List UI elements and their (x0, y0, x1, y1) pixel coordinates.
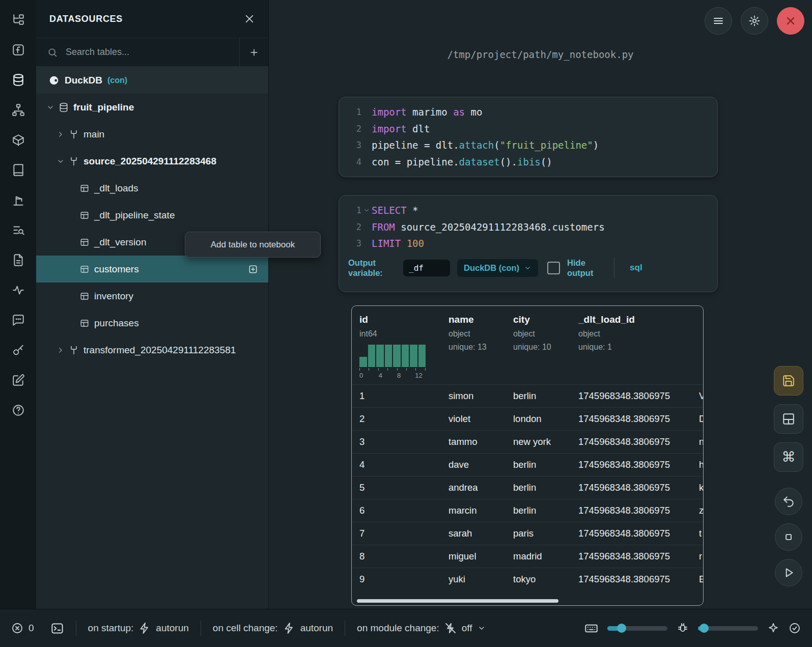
schema-icon (69, 156, 79, 166)
datasource-tree: DuckDB (con) fruit_pipeline main source_… (36, 67, 268, 609)
chevron-down-icon (478, 624, 486, 632)
add-datasource-button[interactable] (239, 38, 268, 66)
schema-icon (69, 129, 79, 139)
scratchpad-icon[interactable] (12, 374, 25, 387)
save-button[interactable] (774, 366, 803, 396)
column-header-dlt-load-id[interactable]: _dlt_load_id object unique: 1 (578, 314, 699, 379)
chevron-down-icon[interactable] (46, 103, 54, 111)
hide-output-checkbox[interactable] (547, 262, 560, 274)
terminal-icon[interactable] (50, 622, 64, 635)
chevron-right-icon[interactable] (57, 346, 65, 354)
close-icon[interactable] (244, 13, 255, 24)
chevron-down-icon (524, 264, 531, 272)
keyboard-icon[interactable] (584, 622, 598, 635)
tree-item-schema-main[interactable]: main (36, 121, 268, 148)
connection-duckdb[interactable]: DuckDB (con) (36, 67, 268, 94)
error-count: 0 (29, 623, 34, 634)
duckdb-logo-icon (48, 75, 60, 86)
divider (614, 258, 614, 278)
cell-action-buttons: ⌘ (774, 366, 803, 595)
column-header-id[interactable]: id int64 0 4 8 12 (359, 314, 449, 379)
table-icon (80, 292, 89, 301)
fold-icon[interactable] (363, 207, 370, 214)
tree-item-schema-source[interactable]: source_202504291112283468 (36, 148, 268, 175)
tree-item-table-selected[interactable]: customers (36, 256, 268, 283)
activity-rail (0, 0, 36, 609)
output-variable-label: Output variable: (348, 258, 396, 278)
result-table: id int64 0 4 8 12 name object unique: 13… (351, 305, 704, 606)
table-icon (80, 211, 89, 220)
settings-button[interactable] (741, 7, 768, 35)
divider (201, 621, 201, 636)
code-line: import marimo as mo (372, 106, 482, 118)
column-header-name[interactable]: name object unique: 13 (449, 314, 513, 379)
tracing-icon[interactable] (12, 284, 25, 297)
notebook-path: /tmp/project/path/my_notebook.py (269, 49, 812, 60)
construction-icon[interactable] (12, 193, 25, 207)
secrets-icon[interactable] (12, 344, 25, 357)
stop-button[interactable] (775, 523, 802, 551)
divider (76, 621, 76, 636)
datasources-panel: DATASOURCES DuckDB (con) fruit_pipeline … (36, 0, 269, 609)
lightning-icon (283, 622, 295, 634)
table-row: 2violetlondon1745968348.3806975D (352, 407, 703, 430)
menu-button[interactable] (705, 7, 732, 35)
line-number: 3 (339, 140, 361, 150)
documentation-icon[interactable] (12, 163, 25, 177)
table-header: id int64 0 4 8 12 name object unique: 13… (352, 306, 703, 384)
line-number: 2 (339, 222, 361, 232)
layout-button[interactable] (774, 404, 803, 434)
tree-item-table[interactable]: inventory (36, 283, 268, 310)
sql-cell[interactable]: 1SELECT * 2FROM source_20250429111228346… (339, 195, 718, 292)
code-line: SELECT * (372, 205, 418, 216)
code-line: con = pipeline.dataset().ibis() (372, 156, 552, 167)
add-table-to-notebook-icon[interactable] (248, 264, 258, 274)
tree-item-label: source_202504291112283468 (83, 156, 216, 167)
dependencies-icon[interactable] (12, 103, 25, 117)
keyboard-shortcut-slider[interactable] (607, 626, 667, 631)
run-button[interactable] (775, 559, 802, 586)
close-app-button[interactable] (777, 7, 804, 35)
on-startup-setting[interactable]: on startup: autorun (88, 622, 189, 634)
snippets-icon[interactable] (12, 254, 25, 267)
packages-icon[interactable] (12, 133, 25, 147)
python-cell[interactable]: 1import marimo as mo 2import dlt 3pipeli… (339, 97, 718, 177)
tree-item-table[interactable]: _dlt_loads (36, 175, 268, 202)
outline-icon[interactable] (12, 223, 25, 237)
hide-output-label: Hide output (567, 258, 599, 278)
panel-header: DATASOURCES (36, 0, 268, 38)
table-icon (80, 184, 89, 193)
tree-item-database[interactable]: fruit_pipeline (36, 94, 268, 121)
code-line: import dlt (372, 123, 430, 134)
on-module-change-setting[interactable]: on module change: off (357, 622, 485, 634)
command-palette-button[interactable]: ⌘ (774, 442, 803, 472)
file-tree-icon[interactable] (12, 13, 25, 26)
sparkle-icon[interactable] (767, 622, 779, 634)
engine-select[interactable]: DuckDB (con) (457, 259, 538, 277)
functions-icon[interactable] (12, 43, 25, 57)
column-header-city[interactable]: city object unique: 10 (513, 314, 578, 379)
tree-item-label: purchases (94, 318, 139, 329)
tree-item-table[interactable]: _dlt_pipeline_state (36, 202, 268, 229)
undo-button[interactable] (775, 488, 802, 515)
code-line: LIMIT 100 (372, 238, 424, 249)
chevron-down-icon[interactable] (57, 157, 65, 165)
help-icon[interactable] (12, 404, 25, 417)
tree-item-schema-transformed[interactable]: transformed_202504291112283581 (36, 336, 268, 363)
on-cell-change-setting[interactable]: on cell change: autorun (213, 622, 333, 634)
bug-icon[interactable] (677, 622, 689, 634)
table-row: 4daveberlin1745968348.3806975h (352, 453, 703, 476)
database-icon (59, 102, 69, 112)
search-input[interactable] (65, 46, 239, 58)
check-circle-icon[interactable] (789, 622, 801, 634)
language-badge: sql (630, 263, 642, 273)
tree-item-table[interactable]: purchases (36, 310, 268, 336)
debug-slider[interactable] (698, 626, 758, 631)
errors-indicator[interactable]: 0 (11, 622, 34, 634)
datasources-icon[interactable] (12, 73, 25, 87)
horizontal-scrollbar[interactable] (357, 599, 558, 603)
command-icon: ⌘ (782, 451, 796, 464)
chevron-right-icon[interactable] (57, 130, 65, 138)
chat-icon[interactable] (12, 314, 25, 327)
output-variable-input[interactable] (403, 260, 450, 276)
